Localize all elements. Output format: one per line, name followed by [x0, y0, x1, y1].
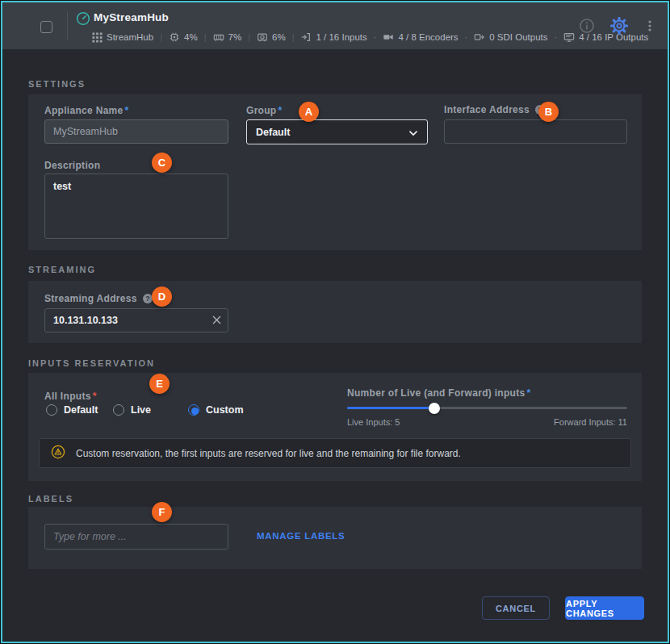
slider-fill: [347, 407, 434, 409]
forward-inputs-count: Forward Inputs: 11: [347, 417, 627, 427]
radio-circle-icon: [46, 404, 57, 416]
ip-output-icon: [563, 31, 575, 43]
memory-icon: [213, 31, 224, 43]
marker-badge-f: F: [152, 502, 172, 522]
input-arrow-icon: [300, 31, 312, 43]
all-inputs-label: All Inputs*: [44, 391, 97, 402]
gpu-icon: [257, 31, 268, 43]
slider-handle[interactable]: [429, 403, 440, 414]
labels-input[interactable]: [44, 524, 228, 550]
stat-separator: |: [291, 32, 295, 42]
marker-badge-a: A: [299, 102, 319, 122]
header-actions: [579, 2, 661, 49]
appliance-settings-page: MyStreamHub StreamHub |: [0, 0, 670, 644]
streaming-address-label: Streaming Address ?: [44, 293, 153, 304]
stat-inputs: 1 / 16 Inputs: [300, 31, 366, 43]
stat-sdi-outputs-label: 0 SDI Outputs: [489, 32, 547, 42]
stat-inputs-label: 1 / 16 Inputs: [316, 32, 366, 42]
group-label: Group*: [246, 105, 282, 116]
stat-streamhub: StreamHub: [92, 32, 153, 43]
custom-reservation-warning: Custom reservation, the first inputs are…: [39, 438, 631, 468]
stat-separator: |: [203, 32, 207, 42]
stat-cpu: 4%: [169, 31, 198, 43]
streaming-card: Streaming Address ?: [28, 281, 642, 343]
inputs-reservation-section-title: INPUTS RESERVATION: [28, 358, 155, 368]
stat-encoders-label: 4 / 8 Encoders: [398, 32, 458, 42]
live-forward-slider-label: Number of Live (and Forward) inputs*: [347, 387, 531, 399]
interface-address-input[interactable]: [444, 119, 627, 144]
inputs-reservation-card: All Inputs* Default Live Custom Number o…: [28, 373, 642, 481]
stat-separator: ·: [373, 32, 378, 42]
labels-section-title: LABELS: [28, 494, 73, 504]
radio-custom[interactable]: Custom: [188, 404, 244, 416]
apply-changes-button[interactable]: APPLY CHANGES: [565, 596, 644, 620]
appliance-name-input[interactable]: [44, 119, 228, 144]
page-frame: MyStreamHub StreamHub |: [1, 1, 669, 643]
appliance-header: MyStreamHub StreamHub |: [2, 2, 668, 49]
radio-live[interactable]: Live: [113, 404, 151, 416]
warning-text: Custom reservation, the first inputs are…: [76, 448, 461, 459]
select-appliance-checkbox[interactable]: [40, 21, 52, 33]
stat-gpu-label: 6%: [272, 32, 286, 42]
cancel-button[interactable]: CANCEL: [482, 596, 550, 620]
header-divider: [67, 11, 68, 40]
stat-sdi-outputs: 0 SDI Outputs: [474, 31, 547, 43]
radio-circle-icon: [188, 404, 199, 416]
appliance-name-label: Appliance Name*: [44, 105, 129, 116]
stat-memory-label: 7%: [228, 32, 242, 42]
clear-x-icon[interactable]: [211, 314, 223, 329]
description-textarea[interactable]: test: [44, 174, 228, 239]
appliance-title: MyStreamHub: [94, 11, 169, 23]
sdi-output-icon: [474, 31, 485, 43]
stat-separator: |: [247, 32, 251, 42]
marker-badge-d: D: [152, 286, 172, 307]
stat-cpu-label: 4%: [184, 32, 198, 42]
encoder-camera-icon: [383, 31, 394, 43]
interface-address-label: Interface Address ?: [444, 104, 546, 115]
live-forward-slider[interactable]: [347, 407, 627, 409]
appliance-stats-bar: StreamHub | 4% |: [92, 31, 648, 43]
cpu-icon: [169, 31, 180, 43]
stat-encoders: 4 / 8 Encoders: [383, 31, 458, 43]
marker-badge-b: B: [538, 102, 559, 122]
warning-icon: [51, 445, 65, 462]
labels-card: MANAGE LABELS: [28, 507, 642, 569]
stat-separator: ·: [464, 32, 469, 42]
description-label: Description: [44, 160, 100, 171]
info-icon[interactable]: [579, 18, 595, 34]
gear-icon[interactable]: [610, 17, 628, 35]
group-select-value: Default: [256, 127, 290, 138]
stat-memory: 7%: [213, 31, 242, 43]
stat-streamhub-label: StreamHub: [107, 32, 153, 42]
manage-labels-link[interactable]: MANAGE LABELS: [257, 531, 345, 541]
stat-separator: |: [159, 32, 163, 42]
chevron-down-icon: [407, 127, 420, 140]
group-select[interactable]: Default: [246, 119, 428, 144]
grid-icon: [92, 32, 103, 43]
streamhub-gauge-icon: [76, 11, 90, 29]
marker-badge-c: C: [152, 153, 172, 173]
streaming-address-input[interactable]: [44, 308, 228, 332]
stat-separator: ·: [554, 32, 559, 42]
streaming-section-title: STREAMING: [28, 265, 96, 274]
radio-default[interactable]: Default: [46, 404, 98, 416]
marker-badge-e: E: [149, 374, 170, 394]
settings-section-title: SETTINGS: [28, 79, 86, 89]
stat-gpu: 6%: [257, 31, 286, 43]
svg-text:?: ?: [145, 295, 150, 303]
kebab-menu-icon[interactable]: [643, 19, 656, 32]
radio-circle-icon: [113, 404, 124, 416]
